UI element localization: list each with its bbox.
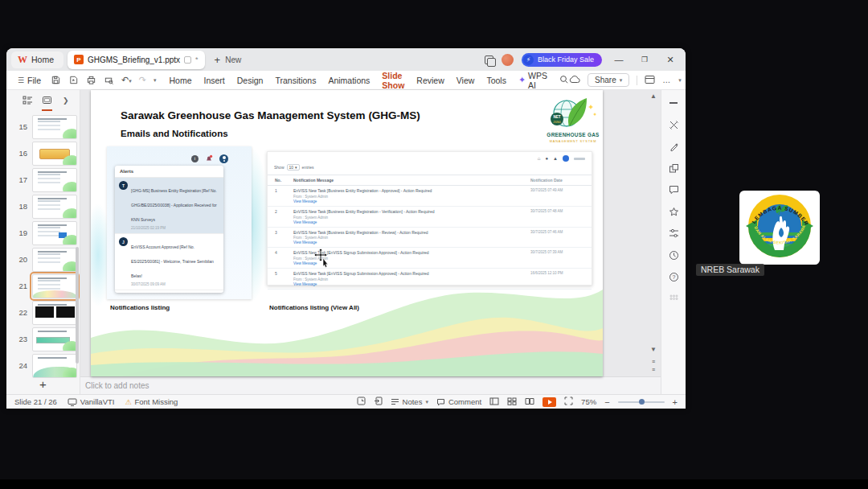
font-missing-warning[interactable]: ⚠ Font Missing	[125, 397, 178, 406]
alert-text: [GHG-MS] Business Entity Registration [R…	[131, 188, 217, 222]
slide-subtitle: Emails and Notifications	[121, 129, 228, 138]
svg-text:?: ?	[672, 274, 675, 280]
thumbnail-slide-18[interactable]: 18	[6, 193, 80, 220]
output-icon[interactable]	[68, 75, 79, 85]
zoom-slider-knob[interactable]	[639, 399, 645, 405]
menu-design[interactable]: Design	[237, 76, 264, 85]
apps-grid-icon[interactable]	[668, 293, 679, 304]
collapse-panel-icon[interactable]: ❯	[63, 97, 69, 105]
window-minimize-button[interactable]: —	[610, 55, 628, 64]
page-size-select[interactable]: 10▾	[287, 164, 300, 171]
theme-icon	[68, 398, 77, 406]
more-options-button[interactable]: …	[662, 76, 671, 84]
menu-tools[interactable]: Tools	[486, 76, 506, 85]
menu-slide-show[interactable]: Slide Show	[382, 71, 404, 90]
menu-view[interactable]: View	[457, 76, 475, 85]
notifications-table: No. Notification Message Notification Da…	[268, 175, 592, 290]
thumbnail-slide-24[interactable]: 24	[6, 352, 80, 379]
slide-sorter-icon[interactable]	[507, 397, 517, 407]
notes-input[interactable]: Click to add notes	[80, 376, 661, 394]
cloud-sync-icon[interactable]	[569, 75, 580, 85]
history-clock-icon[interactable]	[668, 249, 679, 261]
slide-scrollbar[interactable]: ▲ ▼ ≡ ≡	[649, 90, 658, 376]
qat-more-caret[interactable]: ▾	[154, 77, 157, 84]
menu-wps-ai[interactable]: ✦ WPS AI	[518, 71, 547, 90]
view-message-link[interactable]: View Message	[293, 240, 526, 244]
comment-panel-icon[interactable]	[668, 184, 679, 195]
alert-item[interactable]: T [GHG-MS] Business Entity Registration …	[115, 178, 223, 233]
thumbnail-slide-20[interactable]: 20	[6, 246, 80, 273]
ribbon-tabs: Home Insert Design Transitions Animation…	[169, 71, 569, 90]
zoom-level[interactable]: 75%	[581, 397, 596, 406]
theme-indicator[interactable]: VanillaVTI	[68, 397, 115, 406]
slideshow-play-button[interactable]	[542, 397, 556, 407]
thumbnail-slide-15[interactable]: 15	[6, 113, 80, 140]
menu-transitions[interactable]: Transitions	[275, 76, 316, 85]
zoom-in-button[interactable]: +	[673, 397, 678, 407]
move-pane-icon[interactable]	[374, 397, 383, 407]
collapse-pane-icon[interactable]	[668, 97, 679, 109]
new-tab-button[interactable]: + New	[215, 54, 242, 66]
add-slide-button[interactable]: +	[6, 377, 80, 391]
reading-view-icon[interactable]	[525, 397, 534, 407]
collapse-ribbon-icon[interactable]: ▾	[678, 77, 682, 84]
settings-sliders-icon[interactable]	[668, 228, 679, 239]
account-avatar[interactable]	[502, 54, 514, 66]
scroll-down-icon[interactable]: ▼	[649, 346, 658, 353]
next-slide-button[interactable]: ≡	[649, 367, 658, 373]
fit-slide-icon[interactable]	[564, 397, 573, 407]
undo-button[interactable]: ↶▾	[121, 75, 132, 85]
thumbnail-slide-23[interactable]: 23	[6, 326, 80, 352]
shapes-icon[interactable]	[668, 162, 679, 174]
lightning-icon: ⚡	[523, 55, 534, 65]
menu-animations[interactable]: Animations	[328, 76, 370, 85]
slide-canvas[interactable]: Sarawak Greenhouse Gas Management System…	[91, 90, 603, 376]
scroll-up-icon[interactable]: ▲	[649, 92, 658, 100]
thumbnail-slide-17[interactable]: 17	[6, 166, 80, 193]
pane-icon[interactable]	[357, 397, 366, 407]
slide-editing-area: Sarawak Greenhouse Gas Management System…	[80, 90, 661, 376]
zoom-slider[interactable]	[618, 401, 665, 403]
multi-window-icon[interactable]	[485, 55, 493, 64]
ribbon-layout-icon[interactable]	[645, 75, 655, 86]
smart-format-icon[interactable]	[668, 141, 679, 152]
help-icon[interactable]: ?	[668, 271, 679, 282]
thumbnail-slide-19[interactable]: 19	[6, 220, 80, 246]
thumbnail-view-icon[interactable]	[42, 93, 52, 108]
table-row[interactable]: 1 EnVISS New Task [Business Entity Regis…	[268, 186, 592, 207]
tab-home[interactable]: W Home	[11, 51, 63, 68]
zoom-out-button[interactable]: −	[604, 397, 609, 407]
menu-review[interactable]: Review	[416, 76, 444, 85]
thumbnail-slide-22[interactable]: 22	[6, 299, 80, 326]
tab-document[interactable]: P GHGMS_Briefing_v1.pptx *	[68, 51, 205, 69]
normal-view-icon[interactable]	[489, 397, 499, 407]
search-icon[interactable]	[559, 75, 569, 86]
print-icon[interactable]	[86, 75, 96, 85]
redo-button[interactable]: ↷	[139, 75, 146, 85]
file-menu[interactable]: ☰ File	[18, 76, 41, 85]
table-row[interactable]: 3 EnVISS New Task [Business Entity Regis…	[268, 228, 592, 249]
view-message-link[interactable]: View Message	[293, 220, 526, 224]
previous-slide-button[interactable]: ≡	[649, 359, 658, 365]
view-message-link[interactable]: View Message	[293, 199, 526, 203]
window-close-button[interactable]: ✕	[661, 55, 679, 65]
share-button[interactable]: Share ▾	[588, 73, 629, 87]
home-tab-label: Home	[31, 55, 54, 64]
thumbnail-scrollbar[interactable]	[76, 247, 79, 364]
notes-toggle[interactable]: Notes▾	[391, 397, 428, 406]
thumbnail-slide-16[interactable]: 16	[6, 140, 80, 166]
column-message: Notification Message	[293, 178, 530, 183]
black-friday-sale-button[interactable]: ⚡ Black Friday Sale	[522, 53, 602, 67]
print-preview-icon[interactable]	[104, 75, 114, 85]
unsaved-indicator: *	[195, 55, 199, 64]
menu-home[interactable]: Home	[169, 76, 191, 85]
menu-insert[interactable]: Insert	[203, 76, 224, 85]
window-maximize-button[interactable]: ❐	[636, 55, 653, 64]
thumbnail-slide-21-selected[interactable]: 21	[6, 273, 80, 299]
outline-view-icon[interactable]	[23, 93, 33, 108]
comment-toggle[interactable]: Comment	[436, 397, 481, 406]
save-icon[interactable]	[51, 75, 61, 85]
effects-star-icon[interactable]	[668, 206, 679, 217]
design-tools-icon[interactable]	[668, 119, 679, 130]
table-row[interactable]: 2 EnVISS New Task [Business Entity Regis…	[268, 207, 592, 228]
